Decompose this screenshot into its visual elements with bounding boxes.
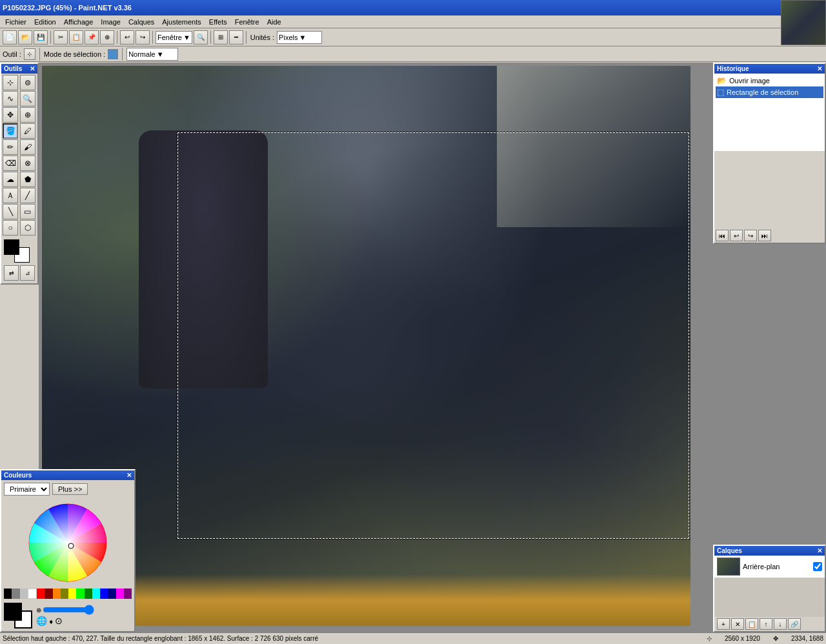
tool-eraser[interactable]: ⌫ bbox=[3, 156, 18, 171]
history-item-rect[interactable]: ⬚ Rectangle de sélection bbox=[716, 86, 823, 98]
foreground-color-box[interactable] bbox=[4, 239, 19, 255]
calque-up-btn[interactable]: ↑ bbox=[760, 618, 772, 630]
tool-pencil[interactable]: ✏ bbox=[3, 139, 18, 155]
swatch-gray2[interactable] bbox=[20, 589, 28, 599]
mode-color-box[interactable] bbox=[108, 49, 118, 59]
swatch-cyan[interactable] bbox=[92, 589, 100, 599]
swatch-orange[interactable] bbox=[53, 589, 61, 599]
swatch-darkred[interactable] bbox=[45, 589, 52, 599]
tools-title-label: Outils bbox=[4, 65, 22, 72]
tool-brush[interactable]: 🖌 bbox=[20, 139, 35, 155]
tool-rectangle[interactable]: ▭ bbox=[20, 204, 35, 219]
tool-move[interactable]: ✥ bbox=[3, 107, 18, 123]
swatch-olive[interactable] bbox=[61, 589, 68, 599]
swatch-red[interactable] bbox=[37, 589, 45, 599]
historique-spacer bbox=[714, 151, 825, 228]
swatch-black[interactable] bbox=[4, 589, 12, 599]
historique-close-icon[interactable]: ✕ bbox=[817, 65, 822, 72]
grid-btn[interactable]: ⊞ bbox=[214, 30, 228, 45]
hist-last-btn[interactable]: ⏭ bbox=[758, 230, 771, 241]
swatch-gray1[interactable] bbox=[12, 589, 19, 599]
tool-freeform[interactable]: ╱ bbox=[20, 188, 35, 203]
tool-icon-btn[interactable]: ⊹ bbox=[24, 48, 35, 60]
swatch-navy[interactable] bbox=[108, 589, 116, 599]
tools-close-icon[interactable]: ✕ bbox=[30, 65, 35, 72]
menu-aide[interactable]: Aide bbox=[263, 17, 285, 27]
layer-visible-checkbox[interactable] bbox=[813, 562, 822, 571]
cut-btn[interactable]: ✂ bbox=[54, 30, 68, 45]
normal-dropdown[interactable]: Normale ▼ bbox=[126, 48, 178, 61]
undo-btn[interactable]: ↩ bbox=[120, 30, 134, 45]
tool-recolor[interactable]: ⬟ bbox=[20, 172, 35, 187]
paste-btn[interactable]: 📌 bbox=[85, 30, 99, 45]
units-dropdown[interactable]: Pixels ▼ bbox=[277, 31, 322, 44]
tool-magic-wand[interactable]: ⊕ bbox=[20, 107, 35, 123]
opacity-area: ⊕ 🌐 ⬧ ⊙ bbox=[36, 605, 94, 626]
save-btn[interactable]: 💾 bbox=[34, 30, 48, 45]
layer-item[interactable]: Arrière-plan bbox=[714, 556, 825, 578]
calque-delete-btn[interactable]: ✕ bbox=[731, 618, 744, 630]
menu-affichage[interactable]: Affichage bbox=[60, 17, 97, 27]
reset-colors-btn[interactable]: ⊿ bbox=[20, 265, 35, 281]
couleurs-close-icon[interactable]: ✕ bbox=[126, 472, 132, 479]
big-foreground-color[interactable] bbox=[4, 603, 22, 621]
tool-polygon[interactable]: ⬡ bbox=[20, 220, 35, 236]
redo-btn[interactable]: ↪ bbox=[136, 30, 150, 45]
swap-colors-btn[interactable]: ⇄ bbox=[4, 265, 19, 281]
calque-duplicate-btn[interactable]: 📋 bbox=[745, 618, 758, 630]
tool-lasso[interactable]: ∿ bbox=[3, 91, 18, 106]
tool-selection-ellipse[interactable]: ⊚ bbox=[20, 75, 35, 90]
tool-text[interactable]: Ａ bbox=[3, 188, 18, 203]
paste2-btn[interactable]: ⊕ bbox=[100, 30, 114, 45]
tool-clone[interactable]: ⊗ bbox=[20, 156, 35, 171]
tool-paint-bucket[interactable]: 🪣 bbox=[3, 123, 18, 139]
tool-zoom[interactable]: 🔍 bbox=[20, 91, 35, 106]
calque-merge-btn[interactable]: 🔗 bbox=[788, 618, 801, 630]
new-btn[interactable]: 📄 bbox=[3, 30, 17, 45]
history-item-open[interactable]: 📂 Ouvrir image bbox=[716, 75, 823, 86]
tool-smudge[interactable]: ☁ bbox=[3, 172, 18, 187]
menu-ajustements[interactable]: Ajustements bbox=[158, 17, 205, 27]
menu-fichier[interactable]: Fichier bbox=[1, 17, 30, 27]
swatch-white[interactable] bbox=[28, 589, 37, 599]
window-dropdown[interactable]: Fenêtre ▼ bbox=[156, 31, 192, 44]
cursor-pos-icon: ✥ bbox=[773, 635, 778, 642]
hist-undo-btn[interactable]: ↩ bbox=[730, 230, 743, 241]
tool-line[interactable]: ╲ bbox=[3, 204, 18, 219]
swatch-magenta[interactable] bbox=[116, 589, 124, 599]
mode-label: Mode de sélection : bbox=[44, 50, 105, 58]
units-label: Unités : bbox=[249, 34, 276, 41]
color-wheel[interactable]: @keyframes none {} bbox=[26, 501, 110, 585]
swatch-blue[interactable] bbox=[100, 589, 108, 599]
zoom-btn[interactable]: 🔍 bbox=[194, 30, 208, 45]
hist-first-btn[interactable]: ⏮ bbox=[716, 230, 729, 241]
swatch-green[interactable] bbox=[85, 589, 92, 599]
menu-bar: Fichier Edition Affichage Image Calques … bbox=[0, 15, 826, 28]
svg-point-1 bbox=[29, 504, 106, 581]
menu-image[interactable]: Image bbox=[97, 17, 125, 27]
menu-effets[interactable]: Effets bbox=[205, 17, 231, 27]
tool-selection-rect[interactable]: ⊹ bbox=[3, 75, 18, 90]
menu-edition[interactable]: Edition bbox=[30, 17, 60, 27]
tool-color-picker[interactable]: 🖊 bbox=[20, 123, 35, 139]
opacity-slider[interactable] bbox=[43, 605, 94, 614]
swatch-purple[interactable] bbox=[124, 589, 132, 599]
couleurs-plus-btn[interactable]: Plus >> bbox=[52, 483, 88, 495]
swatch-row-1 bbox=[4, 589, 132, 599]
calque-add-btn[interactable]: + bbox=[717, 618, 730, 630]
tool-ellipse2[interactable]: ○ bbox=[3, 220, 18, 236]
ruler-btn[interactable]: ━ bbox=[229, 30, 243, 45]
calque-down-btn[interactable]: ↓ bbox=[774, 618, 787, 630]
menu-fenetre[interactable]: Fenêtre bbox=[231, 17, 263, 27]
status-right: ⊹ 2560 x 1920 ✥ 2334, 1688 bbox=[707, 635, 823, 642]
swatch-yellow[interactable] bbox=[68, 589, 76, 599]
open-btn[interactable]: 📂 bbox=[18, 30, 32, 45]
couleurs-mode-select[interactable]: Primaire bbox=[4, 483, 50, 496]
calques-close-icon[interactable]: ✕ bbox=[817, 547, 822, 554]
canvas-image[interactable] bbox=[42, 66, 690, 626]
copy-btn[interactable]: 📋 bbox=[69, 30, 83, 45]
couleurs-bottom: ⊕ 🌐 ⬧ ⊙ bbox=[1, 600, 134, 631]
swatch-lime[interactable] bbox=[76, 589, 84, 599]
menu-calques[interactable]: Calques bbox=[125, 17, 158, 27]
hist-redo-btn[interactable]: ↪ bbox=[744, 230, 757, 241]
